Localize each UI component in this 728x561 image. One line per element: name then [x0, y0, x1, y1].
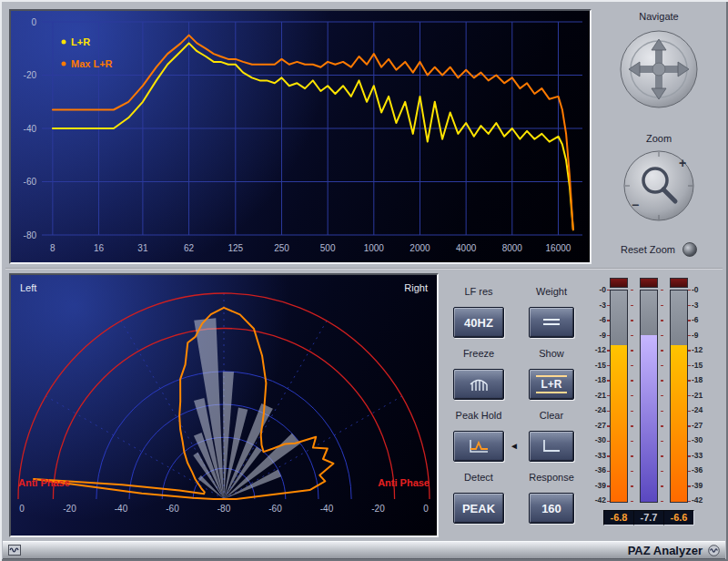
svg-text:−: −	[632, 198, 639, 212]
peak-hold-button[interactable]	[453, 431, 504, 462]
navigate-label: Navigate	[595, 11, 723, 22]
spectrum-display[interactable]: 0-20-40-60-80816316212525050010002000400…	[9, 9, 592, 264]
meter-readout-left[interactable]: -6.8	[603, 510, 634, 525]
navigate-zoom-panel: Navigate Zoom	[595, 9, 723, 266]
weight-label: Weight	[536, 286, 567, 297]
reset-zoom-label: Reset Zoom	[621, 244, 675, 255]
svg-text:-20: -20	[371, 504, 385, 514]
svg-text:250: 250	[274, 243, 289, 253]
freeze-label: Freeze	[463, 348, 494, 359]
svg-text:-20: -20	[24, 70, 37, 80]
svg-text:2000: 2000	[410, 243, 430, 253]
response-button[interactable]: 160	[529, 493, 574, 524]
phase-plot: 0-20-40-60-80-60-40-200	[11, 275, 437, 536]
svg-text:31: 31	[137, 243, 148, 253]
svg-text:8000: 8000	[502, 243, 523, 253]
svg-text:16000: 16000	[546, 243, 571, 253]
meter-ticks	[688, 290, 691, 503]
svg-text:Max L+R: Max L+R	[71, 58, 113, 69]
svg-text:8: 8	[50, 243, 56, 253]
weight-button[interactable]	[529, 307, 574, 338]
paz-analyzer-window: 0-20-40-60-80816316212525050010002000400…	[0, 0, 728, 561]
phase-display[interactable]: 0-20-40-60-80-60-40-200 Left Right Anti …	[9, 273, 439, 537]
svg-text:-80: -80	[24, 230, 37, 240]
clip-led-mid[interactable]	[640, 278, 658, 288]
title-bar: PAZ Analyzer	[3, 541, 725, 559]
weight-lines-icon	[540, 316, 563, 329]
controls-panel: LF res Weight 40HZ Freeze Show L+R	[442, 275, 588, 543]
right-channel-label: Right	[404, 282, 428, 293]
left-channel-label: Left	[20, 282, 36, 293]
spectrum-plot: 0-20-40-60-80816316212525050010002000400…	[11, 11, 590, 262]
svg-text:4000: 4000	[456, 243, 477, 253]
show-label: Show	[539, 348, 564, 359]
svg-text:L+R: L+R	[71, 36, 90, 47]
zoom-knob[interactable]: + −	[622, 149, 695, 222]
meters-panel: -0-3-6-9-12-15-18-21-24-27-30-33-36-39-4…	[588, 275, 724, 537]
reset-zoom-button[interactable]	[682, 242, 697, 257]
meter-left	[610, 290, 628, 503]
lf-res-button[interactable]: 40HZ	[453, 307, 504, 338]
svg-text:-40: -40	[24, 124, 37, 134]
peak-hold-clear-arrow-icon[interactable]: ◄	[510, 441, 519, 451]
app-title: PAZ Analyzer	[628, 544, 703, 557]
anti-phase-label-right: Anti Phase	[378, 477, 430, 488]
clear-label: Clear	[540, 410, 563, 421]
svg-text:-60: -60	[24, 177, 37, 187]
navigate-pad[interactable]	[619, 29, 699, 109]
show-value: L+R	[536, 375, 566, 393]
peak-hold-label: Peak Hold	[456, 410, 502, 421]
meter-right	[670, 290, 688, 503]
svg-text:-20: -20	[63, 504, 76, 514]
meter-ticks	[631, 290, 633, 503]
meter-scale-left: -0-3-6-9-12-15-18-21-24-27-30-33-36-39-4…	[588, 286, 606, 505]
response-value: 160	[541, 502, 561, 515]
navigate-pad-icon	[619, 29, 699, 109]
clear-axes-icon	[540, 438, 563, 454]
svg-text:0: 0	[31, 17, 36, 27]
waves-logo-icon	[8, 545, 21, 556]
svg-text:-60: -60	[166, 504, 179, 514]
svg-text:62: 62	[184, 243, 195, 253]
detect-button[interactable]: PEAK	[453, 493, 504, 524]
anti-phase-label-left: Anti Phase	[18, 477, 70, 488]
svg-text:1000: 1000	[364, 243, 385, 253]
magnifier-icon: + −	[622, 149, 695, 222]
svg-text:0: 0	[19, 504, 25, 514]
meter-ticks	[661, 290, 663, 503]
svg-text:500: 500	[320, 243, 336, 253]
zoom-label: Zoom	[595, 133, 723, 144]
clip-led-right[interactable]	[670, 278, 688, 288]
svg-text:0: 0	[423, 504, 429, 514]
meter-mid	[640, 290, 658, 503]
show-button[interactable]: L+R	[529, 369, 574, 400]
freeze-button[interactable]	[453, 369, 504, 400]
svg-text:125: 125	[228, 243, 243, 253]
response-label: Response	[529, 472, 574, 483]
clear-button[interactable]	[529, 431, 574, 462]
clip-led-left[interactable]	[610, 278, 628, 288]
meter-readout-right[interactable]: -6.6	[663, 510, 694, 525]
svg-text:-40: -40	[320, 504, 334, 514]
meter-scale-right: -0-3-6-9-12-15-18-21-24-27-30-33-36-39-4…	[692, 286, 719, 505]
meter-readout-mid[interactable]: -7.7	[633, 510, 664, 525]
peak-hold-icon	[467, 438, 490, 454]
lf-res-value: 40HZ	[464, 316, 493, 330]
detect-label: Detect	[464, 472, 493, 483]
svg-text:-80: -80	[217, 504, 231, 514]
waves-badge-icon	[708, 545, 720, 556]
svg-text:-40: -40	[115, 504, 128, 514]
freeze-icon	[468, 376, 490, 393]
panel-divider	[5, 268, 723, 270]
svg-text:16: 16	[94, 243, 105, 253]
detect-value: PEAK	[462, 502, 495, 515]
svg-text:+: +	[679, 156, 686, 170]
svg-text:-60: -60	[268, 504, 282, 514]
lf-res-label: LF res	[464, 286, 492, 297]
